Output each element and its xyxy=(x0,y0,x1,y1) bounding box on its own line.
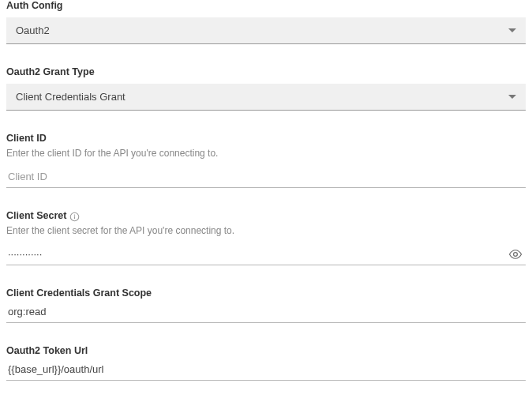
field-token-url: Oauth2 Token Url {{base_url}}/oauth/url xyxy=(6,345,526,381)
field-client-id: Client ID Enter the client ID for the AP… xyxy=(6,133,526,188)
grant-type-label: Oauth2 Grant Type xyxy=(6,66,95,79)
chevron-down-icon xyxy=(508,95,516,100)
token-url-input[interactable]: {{base_url}}/oauth/url xyxy=(6,359,526,381)
scope-label: Client Credentials Grant Scope xyxy=(6,287,152,300)
scope-input[interactable]: org:read xyxy=(6,301,526,323)
client-secret-value: ············ xyxy=(8,248,524,260)
token-url-value: {{base_url}}/oauth/url xyxy=(8,363,524,375)
chevron-down-icon xyxy=(508,28,516,33)
client-id-help: Enter the client ID for the API you're c… xyxy=(6,148,526,159)
client-id-placeholder: Client ID xyxy=(8,171,524,182)
grant-type-value: Client Credentials Grant xyxy=(16,91,126,103)
eye-icon[interactable] xyxy=(508,250,523,259)
grant-type-select[interactable]: Client Credentials Grant xyxy=(6,84,526,111)
field-grant-type: Oauth2 Grant Type Client Credentials Gra… xyxy=(6,66,526,111)
token-url-label: Oauth2 Token Url xyxy=(6,345,88,358)
field-auth-config: Auth Config Oauth2 xyxy=(6,0,526,44)
svg-point-1 xyxy=(74,214,75,215)
field-client-secret: Client Secret Enter the client secret fo… xyxy=(6,210,526,265)
scope-value: org:read xyxy=(8,306,524,317)
field-scope: Client Credentials Grant Scope org:read xyxy=(6,287,526,323)
auth-config-label: Auth Config xyxy=(6,0,63,13)
auth-config-value: Oauth2 xyxy=(16,24,50,36)
svg-rect-2 xyxy=(74,216,75,218)
auth-config-select[interactable]: Oauth2 xyxy=(6,17,526,44)
client-secret-help: Enter the client secret for the API you'… xyxy=(6,225,526,236)
svg-point-3 xyxy=(514,252,518,256)
info-icon[interactable] xyxy=(69,212,80,222)
client-id-label: Client ID xyxy=(6,133,47,145)
client-id-input[interactable]: Client ID xyxy=(6,166,526,188)
client-secret-input[interactable]: ············ xyxy=(6,243,526,265)
client-secret-label: Client Secret xyxy=(6,210,66,223)
